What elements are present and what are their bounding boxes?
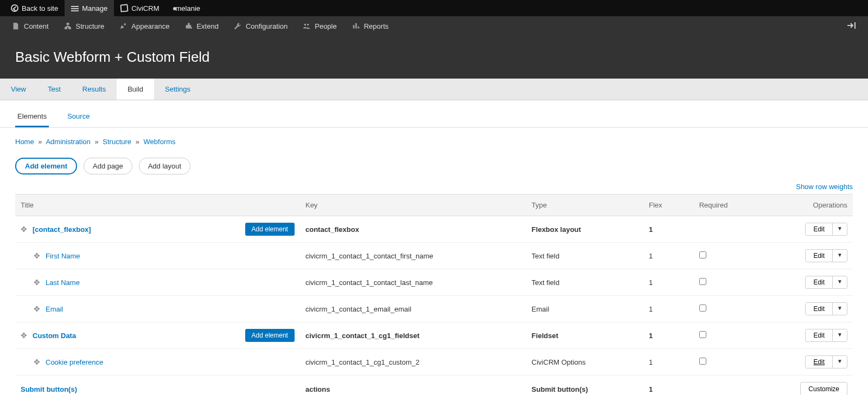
- element-title-link[interactable]: Email: [46, 305, 63, 313]
- secondary-tabs: Elements Source: [0, 100, 868, 128]
- edit-button[interactable]: Edit: [806, 329, 832, 341]
- drag-handle-icon[interactable]: ✥: [34, 305, 40, 313]
- tab-test[interactable]: Test: [37, 79, 72, 100]
- admin-people[interactable]: People: [295, 16, 344, 36]
- tab-view[interactable]: View: [0, 79, 37, 100]
- th-key: Key: [300, 195, 526, 216]
- chevron-down-icon[interactable]: ▼: [832, 250, 847, 262]
- element-flex: 1: [643, 349, 694, 375]
- bc-structure[interactable]: Structure: [103, 138, 131, 146]
- breadcrumb: Home » Administration » Structure » Webf…: [15, 138, 853, 146]
- add-layout-button[interactable]: Add layout: [139, 158, 190, 174]
- edit-button[interactable]: Edit: [806, 276, 832, 288]
- admin-content[interactable]: Content: [4, 16, 56, 36]
- required-checkbox[interactable]: [699, 278, 706, 285]
- chevron-down-icon[interactable]: ▼: [832, 329, 847, 341]
- chevron-down-icon[interactable]: ▼: [832, 303, 847, 315]
- user-label: melanie: [175, 4, 200, 12]
- chevron-down-icon[interactable]: ▼: [832, 276, 847, 288]
- tab-build[interactable]: Build: [117, 79, 154, 100]
- subtab-elements[interactable]: Elements: [15, 107, 49, 127]
- action-row: Add element Add page Add layout: [15, 158, 853, 174]
- element-title-link[interactable]: Custom Data: [33, 332, 76, 340]
- admin-appearance[interactable]: Appearance: [112, 16, 177, 36]
- customize-button[interactable]: Customize: [800, 382, 847, 395]
- element-type: Submit button(s): [526, 375, 643, 396]
- table-row: ✥Emailcivicrm_1_contact_1_email_emailEma…: [15, 296, 853, 322]
- drag-handle-icon[interactable]: ✥: [34, 358, 40, 366]
- element-type: Text field: [526, 269, 643, 296]
- table-row: ✥Custom DataAdd elementcivicrm_1_contact…: [15, 322, 853, 349]
- appearance-icon: [119, 22, 127, 30]
- element-flex: 1: [643, 296, 694, 322]
- required-checkbox[interactable]: [699, 358, 706, 365]
- required-checkbox[interactable]: [699, 331, 706, 338]
- element-title-link[interactable]: Last Name: [46, 279, 80, 287]
- element-flex: 1: [643, 375, 694, 396]
- element-flex: 1: [643, 216, 694, 243]
- element-type: Text field: [526, 243, 643, 269]
- chevron-down-icon[interactable]: ▼: [832, 223, 847, 235]
- element-type: Fieldset: [526, 322, 643, 349]
- primary-tabs: View Test Results Build Settings: [0, 79, 868, 100]
- manage-toggle[interactable]: Manage: [65, 0, 114, 16]
- page-header: Basic Webform + Custom Field: [0, 36, 868, 79]
- arrow-left-icon: [11, 4, 18, 12]
- user-menu[interactable]: melanie: [165, 0, 207, 16]
- civi-label: CiviCRM: [131, 4, 159, 12]
- required-checkbox[interactable]: [699, 251, 706, 258]
- edit-button[interactable]: Edit: [806, 356, 832, 368]
- edit-button[interactable]: Edit: [806, 303, 832, 315]
- element-title-link[interactable]: First Name: [46, 252, 80, 260]
- table-row: ✥[contact_flexbox]Add elementcontact_fle…: [15, 216, 853, 243]
- th-required: Required: [694, 195, 777, 216]
- reports-icon: [352, 22, 360, 30]
- top-toolbar: Back to site Manage CiviCRM melanie: [0, 0, 868, 16]
- table-row: Submit button(s)actionsSubmit button(s)1…: [15, 375, 853, 396]
- bc-admin[interactable]: Administration: [46, 138, 90, 146]
- collapse-icon: [847, 22, 857, 29]
- element-key: contact_flexbox: [300, 216, 526, 243]
- th-type: Type: [526, 195, 643, 216]
- element-title-link[interactable]: [contact_flexbox]: [33, 225, 91, 234]
- add-element-button[interactable]: Add element: [15, 158, 77, 174]
- drag-handle-icon[interactable]: ✥: [34, 251, 40, 260]
- bc-webforms[interactable]: Webforms: [144, 138, 176, 146]
- add-page-button[interactable]: Add page: [84, 158, 132, 174]
- th-operations: Operations: [777, 195, 853, 216]
- drag-handle-icon[interactable]: ✥: [21, 331, 27, 340]
- drag-handle-icon[interactable]: ✥: [21, 225, 27, 234]
- back-to-site[interactable]: Back to site: [4, 0, 65, 16]
- element-flex: 1: [643, 269, 694, 296]
- element-title-link[interactable]: Submit button(s): [21, 385, 77, 393]
- content-region: Home » Administration » Structure » Webf…: [0, 128, 868, 395]
- collapse-toggle[interactable]: [847, 22, 864, 31]
- admin-configuration[interactable]: Configuration: [226, 16, 295, 36]
- admin-reports[interactable]: Reports: [344, 16, 397, 36]
- element-type: Email: [526, 296, 643, 322]
- chevron-down-icon[interactable]: ▼: [832, 356, 847, 368]
- tab-results[interactable]: Results: [72, 79, 117, 100]
- row-add-element-button[interactable]: Add element: [245, 223, 295, 236]
- edit-button[interactable]: Edit: [806, 223, 832, 235]
- admin-structure[interactable]: Structure: [56, 16, 112, 36]
- people-icon: [303, 22, 310, 30]
- show-weights-link[interactable]: Show row weights: [796, 183, 853, 191]
- back-label: Back to site: [22, 4, 58, 12]
- edit-button[interactable]: Edit: [806, 250, 832, 262]
- subtab-source[interactable]: Source: [65, 107, 92, 127]
- element-key: civicrm_1_contact_1_contact_first_name: [300, 243, 526, 269]
- tab-settings[interactable]: Settings: [154, 79, 201, 100]
- drag-handle-icon[interactable]: ✥: [34, 278, 40, 287]
- civicrm-link[interactable]: CiviCRM: [114, 0, 165, 16]
- bc-home[interactable]: Home: [15, 138, 34, 146]
- page-title: Basic Webform + Custom Field: [15, 49, 853, 66]
- required-checkbox[interactable]: [699, 305, 706, 312]
- element-key: civicrm_1_contact_1_contact_last_name: [300, 269, 526, 296]
- table-row: ✥First Namecivicrm_1_contact_1_contact_f…: [15, 243, 853, 269]
- th-title: Title: [15, 195, 300, 216]
- element-type: CiviCRM Options: [526, 349, 643, 375]
- element-title-link[interactable]: Cookie preference: [46, 358, 103, 366]
- admin-extend[interactable]: Extend: [177, 16, 226, 36]
- row-add-element-button[interactable]: Add element: [245, 329, 295, 342]
